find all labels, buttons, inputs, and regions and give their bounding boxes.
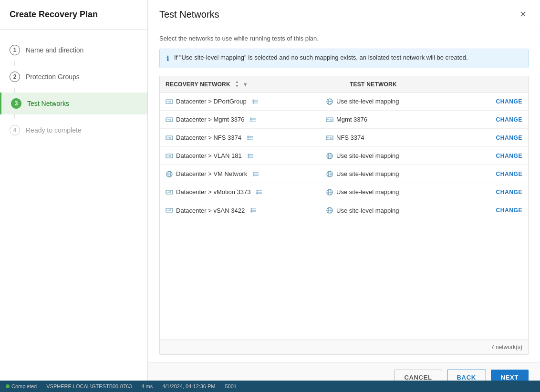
svg-point-75	[167, 210, 168, 211]
col-header-recovery: Recovery Network ▲ ▼ ▼	[160, 80, 344, 88]
cell-recovery-2: Datacenter > NFS 3374	[160, 130, 320, 145]
cell-action-0: CHANGE	[480, 94, 528, 109]
table-row: Datacenter > VM Network	[160, 165, 528, 183]
cell-action-1: CHANGE	[480, 113, 528, 127]
step-label-4: Ready to complete	[26, 126, 82, 134]
switch-icon-6	[166, 206, 173, 214]
sidebar-steps: 1 Name and direction 2 Protection Groups…	[0, 30, 147, 151]
switch-icon-3	[166, 152, 173, 160]
svg-point-2	[168, 101, 169, 102]
cell-test-0: Use site-level mapping	[320, 94, 480, 109]
cell-test-5: Use site-level mapping	[320, 185, 480, 200]
step-number-2: 2	[10, 72, 20, 82]
recovery-name-2: Datacenter > NFS 3374	[176, 134, 241, 141]
mapping-icon-1	[249, 116, 257, 124]
info-banner-text: If "Use site-level mapping" is selected …	[174, 54, 468, 61]
recovery-name-6: Datacenter > vSAN 3422	[176, 207, 245, 214]
table-row: Datacenter > DPortGroup	[160, 93, 528, 111]
step-number-3: 3	[11, 98, 21, 109]
globe-icon-5	[326, 188, 333, 196]
switch-icon-1	[166, 116, 173, 124]
filter-icon[interactable]: ▼	[243, 82, 248, 87]
change-button-0[interactable]: CHANGE	[496, 98, 522, 105]
cell-test-2: NFS 3374	[320, 130, 480, 145]
globe-icon-0	[326, 98, 333, 105]
sidebar-step-1[interactable]: 1 Name and direction	[0, 39, 147, 61]
table-row: Datacenter > vSAN 3422	[160, 201, 528, 219]
status-dot	[6, 384, 10, 388]
status-bar: Completed VSPHERE.LOCAL\GTESTB00-8763 4 …	[0, 381, 540, 392]
table-header: Recovery Network ▲ ▼ ▼ Test Network	[160, 76, 528, 93]
change-button-5[interactable]: CHANGE	[496, 189, 522, 196]
svg-point-13	[167, 119, 168, 120]
status-text-5: 5001	[225, 383, 237, 389]
change-button-1[interactable]: CHANGE	[496, 116, 522, 123]
sidebar-title: Create Recovery Plan	[0, 0, 147, 30]
step-number-4: 4	[10, 125, 20, 135]
test-name-1: Mgmt 3376	[336, 116, 367, 123]
sort-down-icon: ▼	[235, 84, 239, 88]
svg-point-22	[327, 119, 328, 120]
cell-test-6: Use site-level mapping	[320, 203, 480, 218]
switch-icon-test-2	[326, 134, 333, 142]
close-button[interactable]: ✕	[517, 9, 529, 20]
sidebar-step-3[interactable]: 3 Test Networks	[0, 93, 147, 114]
status-text-2: VSPHERE.LOCAL\GTESTB00-8763	[46, 383, 132, 389]
test-name-2: NFS 3374	[336, 134, 364, 141]
networks-table: Recovery Network ▲ ▼ ▼ Test Network	[159, 76, 529, 355]
test-col-label: Test Network	[350, 81, 397, 88]
cell-recovery-5: Datacenter > vMotion 3373	[160, 185, 320, 200]
cell-recovery-4: Datacenter > VM Network	[160, 166, 320, 182]
svg-point-27	[167, 137, 168, 138]
svg-point-36	[327, 137, 328, 138]
mapping-icon-2	[246, 134, 254, 142]
info-banner: ℹ If "Use site-level mapping" is selecte…	[159, 49, 529, 68]
sort-icons[interactable]: ▲ ▼	[235, 80, 239, 88]
info-icon: ℹ	[166, 54, 169, 63]
svg-point-28	[168, 137, 169, 138]
table-row: Datacenter > VLAN 181	[160, 147, 528, 165]
svg-point-23	[328, 119, 329, 120]
svg-point-1	[167, 101, 168, 102]
mapping-icon-4	[252, 170, 260, 178]
dialog-title: Test Networks	[159, 9, 219, 20]
main-content: Test Networks ✕ Select the networks to u…	[148, 0, 540, 392]
switch-icon-2	[166, 134, 173, 142]
mapping-icon-6	[249, 206, 257, 214]
globe-icon-6	[326, 206, 333, 214]
recovery-name-4: Datacenter > VM Network	[176, 170, 247, 177]
recovery-name-3: Datacenter > VLAN 181	[176, 152, 242, 159]
svg-point-42	[168, 155, 169, 156]
globe-icon-4	[326, 170, 333, 178]
step-number-1: 1	[10, 45, 20, 55]
switch-icon	[166, 98, 173, 105]
svg-point-41	[167, 155, 168, 156]
recovery-name-0: Datacenter > DPortGroup	[176, 98, 247, 105]
step-label-1: Name and direction	[26, 46, 83, 54]
network-count: 7 network(s)	[491, 344, 522, 351]
table-footer: 7 network(s)	[160, 340, 528, 354]
svg-point-76	[168, 210, 169, 211]
change-button-6[interactable]: CHANGE	[496, 207, 522, 214]
status-text-4: 4/1/2024, 04:12:36 PM	[162, 383, 215, 389]
cell-action-5: CHANGE	[480, 185, 528, 199]
col-header-test: Test Network	[344, 80, 528, 88]
table-row: Datacenter > Mgmt 3376	[160, 111, 528, 129]
change-button-3[interactable]: CHANGE	[496, 153, 522, 159]
cell-action-6: CHANGE	[480, 203, 528, 217]
cell-recovery-1: Datacenter > Mgmt 3376	[160, 112, 320, 127]
table-row: Datacenter > NFS 3374	[160, 129, 528, 147]
switch-icon-test-1	[326, 116, 333, 124]
test-name-5: Use site-level mapping	[336, 188, 399, 196]
cell-recovery-3: Datacenter > VLAN 181	[160, 148, 320, 164]
cell-test-3: Use site-level mapping	[320, 148, 480, 164]
mapping-icon-5	[255, 188, 263, 196]
table-body: Datacenter > DPortGroup	[160, 93, 528, 340]
sidebar-step-4[interactable]: 4 Ready to complete	[0, 119, 147, 141]
change-button-2[interactable]: CHANGE	[496, 134, 522, 141]
sort-up-icon: ▲	[235, 80, 239, 84]
sidebar-step-2[interactable]: 2 Protection Groups	[0, 66, 147, 88]
test-name-3: Use site-level mapping	[336, 152, 399, 159]
change-button-4[interactable]: CHANGE	[496, 171, 522, 177]
recovery-name-5: Datacenter > vMotion 3373	[176, 188, 250, 196]
